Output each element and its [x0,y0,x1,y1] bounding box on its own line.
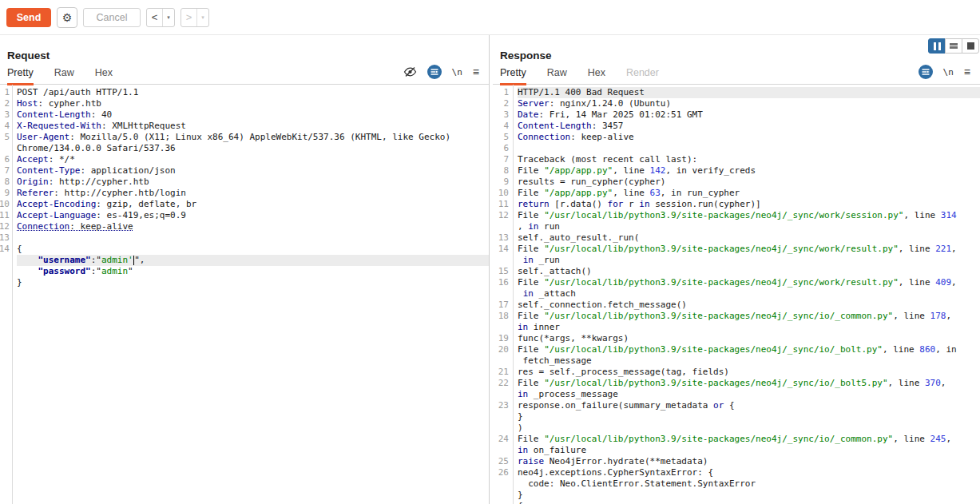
editor-line[interactable]: 23response.on_failure(summary_metadata o… [493,400,980,411]
editor-line[interactable]: 10File "/app/app.py", line 63, in run_cy… [493,188,980,199]
line-content[interactable]: Connection: keep-alive [518,132,980,143]
line-content[interactable]: Accept: */* [17,154,489,165]
tab-pretty[interactable]: Pretty [500,67,526,85]
editor-line[interactable]: 2Host: cypher.htb [0,98,489,109]
editor-line[interactable]: 10Accept-Encoding: gzip, deflate, br [0,199,489,210]
editor-line[interactable]: 15self._attach() [493,266,980,277]
prettify-toggle-icon[interactable] [919,65,933,79]
editor-line[interactable]: 9results = run_cypher(cypher) [493,177,980,188]
line-content[interactable] [518,143,980,154]
send-button[interactable]: Send [6,8,51,27]
line-content[interactable]: Referer: http://cypher.htb/login [17,188,489,199]
line-content[interactable]: Content-Type: application/json [17,165,489,177]
editor-line[interactable]: } [0,277,489,288]
line-content[interactable]: Host: cypher.htb [17,98,489,109]
line-content[interactable]: { [518,501,980,504]
editor-line[interactable]: 3Content-Length: 40 [0,109,489,121]
newline-toggle-icon[interactable]: \n [943,67,954,77]
line-content[interactable]: "password":"admin" [17,266,489,277]
line-content[interactable]: Content-Length: 3457 [518,121,980,132]
line-content[interactable]: Content-Length: 40 [17,109,489,121]
eye-off-icon[interactable] [403,66,417,77]
line-content[interactable]: File "/usr/local/lib/python3.9/site-pack… [518,378,980,389]
tab-raw[interactable]: Raw [547,67,567,85]
editor-line[interactable]: 5Connection: keep-alive [493,132,980,143]
editor-line[interactable]: } [493,411,980,423]
editor-line[interactable]: in _process_message [493,389,980,400]
editor-line[interactable]: } [493,490,980,501]
editor-line[interactable]: 7Traceback (most recent call last): [493,154,980,165]
request-editor[interactable]: 1POST /api/auth HTTP/1.12Host: cypher.ht… [0,85,489,504]
newline-toggle-icon[interactable]: \n [452,67,462,77]
line-content[interactable]: self._auto_result._run( [518,232,980,244]
editor-line[interactable]: 19func(*args, **kwargs) [493,333,980,344]
line-content[interactable]: raise Neo4jError.hydrate(**metadata) [518,456,980,467]
editor-line[interactable]: 1POST /api/auth HTTP/1.1 [0,87,489,98]
editor-line[interactable]: 5User-Agent: Mozilla/5.0 (X11; Linux x86… [0,132,489,143]
line-content[interactable]: in _run [518,255,980,266]
line-content[interactable]: File "/app/app.py", line 142, in verify_… [518,165,980,177]
editor-line[interactable]: 21res = self._process_message(tag, field… [493,367,980,378]
editor-line[interactable]: 25raise Neo4jError.hydrate(**metadata) [493,456,980,467]
tab-hex[interactable]: Hex [95,67,113,85]
line-content[interactable]: Accept-Language: es-419,es;q=0.9 [17,210,489,221]
line-content[interactable]: code: Neo.ClientError.Statement.SyntaxEr… [518,478,980,490]
tab-pretty[interactable]: Pretty [7,67,34,85]
editor-line[interactable]: 20File "/usr/local/lib/python3.9/site-pa… [493,344,980,355]
line-content[interactable]: , in run [518,221,980,232]
editor-line[interactable]: 9Referer: http://cypher.htb/login [0,188,489,199]
line-content[interactable]: Server: nginx/1.24.0 (Ubuntu) [518,98,980,109]
line-content[interactable]: File "/app/app.py", line 63, in run_cyph… [518,188,980,199]
editor-line[interactable]: 14{ [0,244,489,255]
editor-line[interactable]: 2Server: nginx/1.24.0 (Ubuntu) [493,98,980,109]
line-content[interactable]: Connection: keep-alive [17,221,489,232]
line-content[interactable]: in _process_message [518,389,980,400]
single-layout-button[interactable] [962,38,979,54]
editor-line[interactable]: 4Content-Length: 3457 [493,121,980,132]
editor-line[interactable]: { [493,501,980,504]
line-content[interactable]: neo4j.exceptions.CypherSyntaxError: { [518,467,980,478]
editor-line[interactable]: in _run [493,255,980,266]
line-content[interactable]: Traceback (most recent call last): [518,154,980,165]
editor-line[interactable]: 13self._auto_result._run( [493,232,980,244]
editor-line[interactable]: "username":"admin'", [0,255,489,266]
editor-line[interactable]: "password":"admin" [0,266,489,277]
line-content[interactable]: results = run_cypher(cypher) [518,177,980,188]
line-content[interactable]: fetch_message [518,355,980,367]
line-content[interactable]: "username":"admin'", [17,255,489,266]
line-content[interactable]: HTTP/1.1 400 Bad Request [518,87,980,98]
line-content[interactable]: } [17,277,489,288]
editor-line[interactable]: in on_failure [493,445,980,456]
editor-line[interactable]: fetch_message [493,355,980,367]
line-content[interactable]: File "/usr/local/lib/python3.9/site-pack… [518,311,980,322]
editor-line[interactable]: 18File "/usr/local/lib/python3.9/site-pa… [493,311,980,322]
line-content[interactable]: in _attach [518,288,980,300]
editor-line[interactable]: 3Date: Fri, 14 Mar 2025 01:02:51 GMT [493,109,980,121]
response-menu-icon[interactable]: ≡ [964,65,970,78]
editor-line[interactable]: in inner [493,322,980,333]
editor-line[interactable]: 16File "/usr/local/lib/python3.9/site-pa… [493,277,980,288]
editor-line[interactable]: 11return [r.data() for r in session.run(… [493,199,980,210]
request-menu-icon[interactable]: ≡ [473,65,479,78]
line-content[interactable]: File "/usr/local/lib/python3.9/site-pack… [518,244,980,255]
tab-hex[interactable]: Hex [588,67,605,85]
editor-line[interactable]: 8Origin: http://cypher.htb [0,177,489,188]
editor-line[interactable]: 24File "/usr/local/lib/python3.9/site-pa… [493,434,980,445]
prettify-toggle-icon[interactable] [427,65,442,79]
rows-layout-button[interactable] [945,38,962,54]
editor-line[interactable]: 11Accept-Language: es-419,es;q=0.9 [0,210,489,221]
editor-line[interactable]: 8File "/app/app.py", line 142, in verify… [493,165,980,177]
editor-line[interactable]: 7Content-Type: application/json [0,165,489,177]
line-content[interactable]: POST /api/auth HTTP/1.1 [17,87,489,98]
line-content[interactable]: File "/usr/local/lib/python3.9/site-pack… [518,434,980,445]
editor-line[interactable]: 14File "/usr/local/lib/python3.9/site-pa… [493,244,980,255]
line-content[interactable]: X-Requested-With: XMLHttpRequest [17,121,489,132]
line-content[interactable]: response.on_failure(summary_metadata or … [518,400,980,411]
line-content[interactable]: Chrome/134.0.0.0 Safari/537.36 [17,143,489,154]
editor-line[interactable]: 13 [0,232,489,244]
line-content[interactable]: self._connection.fetch_message() [518,300,980,311]
editor-line[interactable]: , in run [493,221,980,232]
editor-line[interactable]: 6Accept: */* [0,154,489,165]
line-content[interactable]: res = self._process_message(tag, fields) [518,367,980,378]
editor-line[interactable]: 6 [493,143,980,154]
